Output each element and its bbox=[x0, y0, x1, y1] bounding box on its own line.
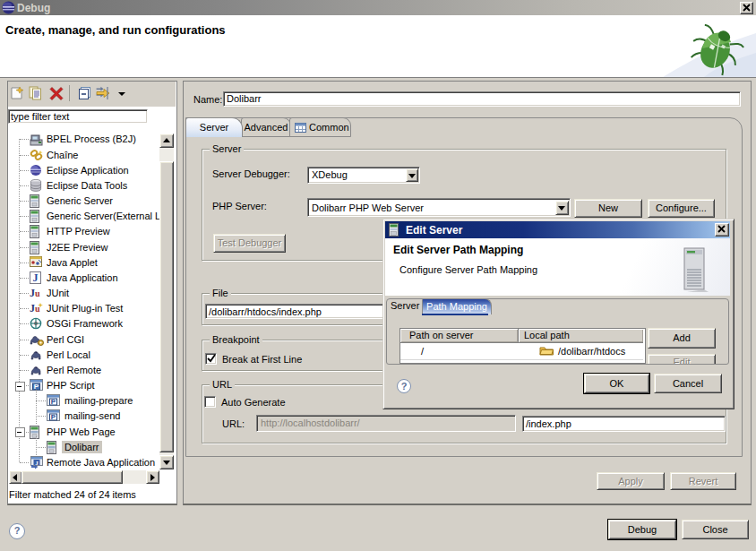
svg-text:P: P bbox=[51, 413, 56, 421]
svg-text:u: u bbox=[35, 288, 40, 298]
svg-text:P: P bbox=[51, 398, 56, 406]
svg-text:J: J bbox=[33, 271, 39, 284]
